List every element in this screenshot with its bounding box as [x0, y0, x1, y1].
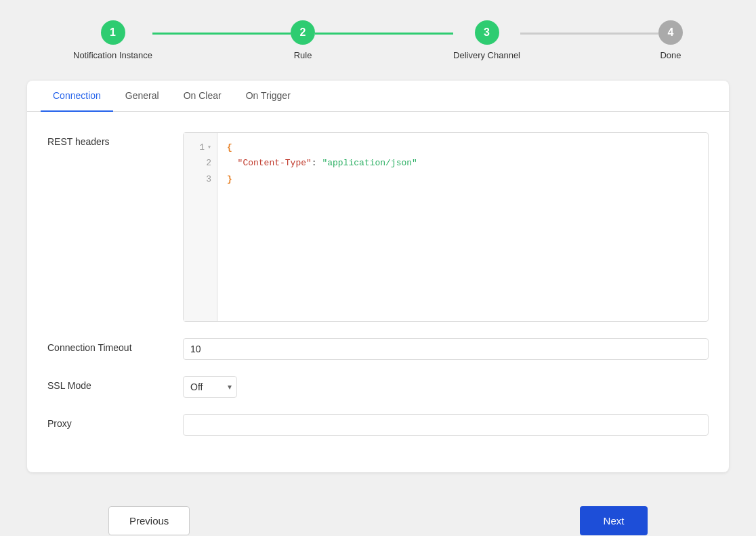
footer: Previous Next — [0, 493, 756, 536]
form-row-proxy: Proxy — [47, 414, 709, 436]
step-4: 4 Done — [658, 20, 683, 60]
ssl-mode-select-wrap: Off On — [183, 376, 237, 398]
proxy-label: Proxy — [47, 414, 183, 429]
code-content: { "Content-Type": "application/json" } — [217, 133, 708, 321]
tabs-bar: Connection General On Clear On Trigger — [27, 81, 729, 112]
step-circle-1: 1 — [101, 20, 125, 45]
connection-timeout-label: Connection Timeout — [47, 338, 183, 353]
tab-connection[interactable]: Connection — [41, 81, 113, 112]
next-button[interactable]: Next — [580, 506, 648, 535]
line-num-3: 3 — [189, 171, 211, 187]
step-2: 2 Rule — [291, 20, 315, 60]
step-label-3: Delivery Channel — [453, 50, 520, 60]
step-circle-3: 3 — [475, 20, 499, 45]
code-line-2: "Content-Type": "application/json" — [227, 155, 698, 171]
fold-arrow: ▾ — [207, 142, 211, 154]
code-line-3: } — [227, 171, 698, 187]
step-circle-2: 2 — [291, 20, 315, 45]
ssl-mode-wrap: Off On — [183, 376, 709, 398]
form-row-ssl-mode: SSL Mode Off On — [47, 376, 709, 398]
proxy-input[interactable] — [183, 414, 709, 436]
rest-headers-editor-wrap: 1 ▾ 2 3 { "Content-Type": "application/j… — [183, 132, 709, 322]
step-label-2: Rule — [294, 50, 312, 60]
tab-onclear[interactable]: On Clear — [171, 81, 234, 112]
line-num-1: 1 ▾ — [189, 140, 211, 155]
ssl-mode-select[interactable]: Off On — [183, 376, 237, 398]
step-circle-4: 4 — [658, 20, 683, 45]
previous-button[interactable]: Previous — [108, 506, 190, 535]
connection-timeout-input[interactable] — [183, 338, 709, 360]
proxy-wrap — [183, 414, 709, 436]
step-connector-2 — [315, 33, 453, 35]
form-row-connection-timeout: Connection Timeout — [47, 338, 709, 360]
tab-general[interactable]: General — [113, 81, 171, 112]
step-connector-1 — [152, 33, 291, 35]
card-body: REST headers 1 ▾ 2 3 — [27, 112, 729, 472]
form-row-rest-headers: REST headers 1 ▾ 2 3 — [47, 132, 709, 322]
ssl-mode-label: SSL Mode — [47, 376, 183, 391]
main-card: Connection General On Clear On Trigger R… — [27, 81, 729, 472]
step-label-4: Done — [660, 50, 681, 60]
stepper: 1 Notification Instance 2 Rule 3 Deliver… — [0, 0, 756, 74]
line-numbers: 1 ▾ 2 3 — [184, 133, 217, 321]
step-label-1: Notification Instance — [73, 50, 152, 60]
line-num-2: 2 — [189, 155, 211, 171]
rest-headers-label: REST headers — [47, 132, 183, 147]
step-3: 3 Delivery Channel — [453, 20, 520, 60]
tab-ontrigger[interactable]: On Trigger — [234, 81, 303, 112]
code-line-1: { — [227, 140, 698, 155]
step-1: 1 Notification Instance — [73, 20, 152, 60]
code-editor[interactable]: 1 ▾ 2 3 { "Content-Type": "application/j… — [183, 132, 709, 322]
connection-timeout-wrap — [183, 338, 709, 360]
step-connector-3 — [520, 33, 658, 35]
